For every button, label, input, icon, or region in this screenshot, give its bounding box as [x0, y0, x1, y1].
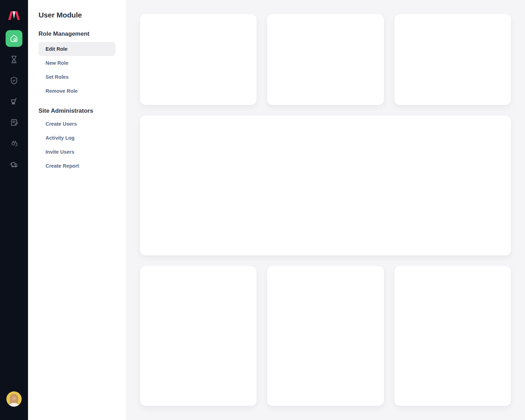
placeholder-card-bottom-2	[267, 266, 384, 406]
sidebar-item-new-role[interactable]: New Role	[38, 56, 115, 70]
placeholder-card-top-2	[267, 14, 384, 105]
menu-site-administrators: Create Users Activity Log Invite Users C…	[38, 117, 115, 173]
rail-icon-list	[10, 55, 18, 169]
sidebar-item-remove-role[interactable]: Remove Role	[38, 84, 115, 98]
sidebar-item-create-report[interactable]: Create Report	[38, 159, 115, 173]
sidebar-item-set-roles[interactable]: Set Roles	[38, 70, 115, 84]
icon-rail	[0, 0, 28, 420]
menu-role-management: Edit Role New Role Set Roles Remove Role	[38, 42, 115, 98]
page-title: User Module	[38, 10, 115, 20]
hourglass-icon[interactable]	[10, 55, 18, 64]
home-icon	[9, 34, 19, 44]
content-area	[126, 0, 525, 420]
placeholder-card-top-1	[140, 14, 257, 105]
section-title-site-administrators: Site Administrators	[38, 107, 115, 115]
shield-check-icon[interactable]	[10, 76, 18, 85]
shopping-cart-icon[interactable]	[10, 97, 18, 106]
placeholder-card-wide	[140, 115, 511, 255]
user-avatar[interactable]	[6, 391, 22, 407]
droplets-icon[interactable]	[10, 139, 18, 148]
document-edit-icon[interactable]	[10, 118, 18, 127]
brand-m-logo-icon[interactable]	[7, 9, 21, 23]
sidebar-item-edit-role[interactable]: Edit Role	[38, 42, 115, 56]
placeholder-card-top-3	[394, 14, 511, 105]
sidebar-item-activity-log[interactable]: Activity Log	[38, 131, 115, 145]
sidebar-item-invite-users[interactable]: Invite Users	[38, 145, 115, 159]
module-sidebar: User Module Role Management Edit Role Ne…	[28, 0, 126, 420]
placeholder-card-bottom-3	[394, 266, 511, 406]
sidebar-item-create-users[interactable]: Create Users	[38, 117, 115, 131]
rail-item-home[interactable]	[6, 30, 22, 47]
delivery-truck-icon[interactable]	[10, 160, 18, 169]
section-title-role-management: Role Management	[38, 30, 115, 38]
placeholder-card-bottom-1	[140, 266, 257, 406]
